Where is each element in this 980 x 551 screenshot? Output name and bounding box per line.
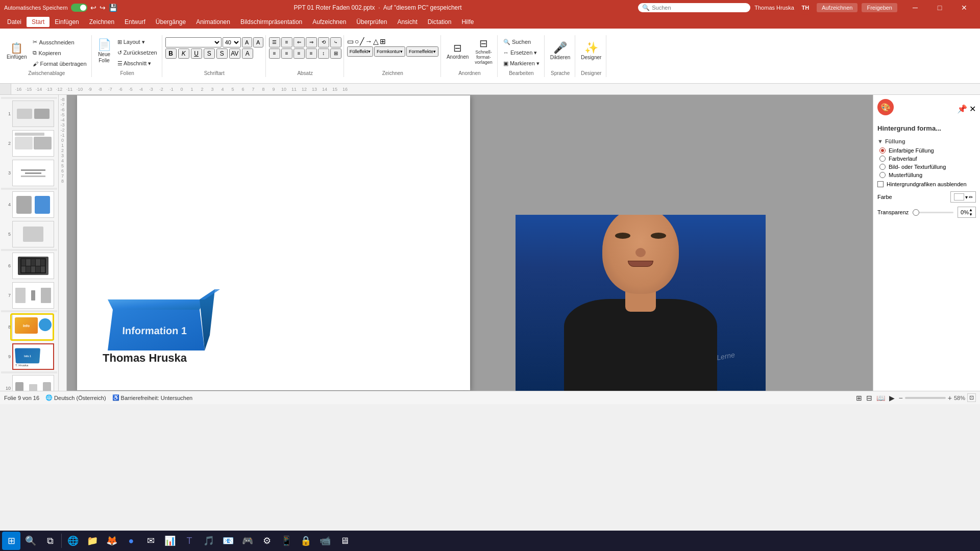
shape-oval[interactable]: ○ [355, 37, 359, 45]
taskbar-powerpoint-button[interactable]: 📊 [161, 532, 179, 550]
hide-graphics-checkbox[interactable]: Hintergrundgrafiken ausblenden [877, 181, 976, 187]
slide-item-1[interactable]: 1 [1, 100, 57, 128]
radio-farbverlauf[interactable]: Farbverlauf [879, 156, 976, 162]
slide-item-2[interactable]: 2 [1, 130, 57, 157]
indent-inc[interactable]: ⇒ [306, 37, 317, 47]
share-btn[interactable]: Aufzeichnen [817, 3, 858, 12]
menu-einfuegen[interactable]: Einfügen [50, 17, 84, 27]
minimize-button[interactable]: ─ [903, 0, 927, 15]
shape-more[interactable]: ⊞ [380, 37, 386, 45]
diktieren-button[interactable]: 🎤 Diktieren [548, 37, 573, 66]
slide-item-5[interactable]: 5 [1, 220, 57, 248]
font-size-inc[interactable]: A [242, 37, 252, 47]
menu-aufzeichnen[interactable]: Aufzeichnen [307, 17, 351, 27]
align-justify[interactable]: ≡ [306, 48, 317, 59]
anordnen-button[interactable]: ⊟ Anordnen [444, 37, 471, 66]
language-indicator[interactable]: 🌐 Deutsch (Österreich) [45, 394, 106, 401]
taskbar-app5-button[interactable]: 📱 [277, 532, 296, 550]
ersetzen-button[interactable]: ↔ Ersetzen ▾ [501, 48, 540, 58]
slide-item-9[interactable]: 9 Info 1 T. Hruska [1, 343, 57, 370]
list-bullet[interactable]: ☰ [269, 37, 280, 47]
taskbar-outlook-button[interactable]: ✉ [141, 532, 160, 550]
farbe-dropdown-icon[interactable]: ▾ [965, 194, 968, 200]
taskbar-explorer-button[interactable]: 📁 [83, 532, 102, 550]
menu-bildschirm[interactable]: Bildschirmpräsentation [235, 17, 307, 27]
color-swatch[interactable] [954, 193, 964, 201]
markieren-button[interactable]: ▣ Markieren ▾ [501, 59, 542, 69]
present-btn[interactable]: Freigeben [862, 3, 897, 12]
search-input[interactable] [652, 5, 733, 11]
radio-einfach[interactable]: Einfarbige Füllung [879, 147, 976, 154]
menu-start[interactable]: Start [27, 17, 50, 27]
columns[interactable]: ⊞ [330, 48, 341, 59]
taskbar-app2-button[interactable]: 📧 [219, 532, 237, 550]
menu-ansicht[interactable]: Ansicht [392, 17, 422, 27]
taskbar-firefox-button[interactable]: 🦊 [103, 532, 121, 550]
list-number[interactable]: ≡ [281, 37, 292, 47]
taskbar-search-button[interactable]: 🔍 [21, 532, 40, 550]
slide-item-3[interactable]: 3 [1, 159, 57, 187]
radio-bild[interactable]: Bild- oder Texturfüllung [879, 164, 976, 170]
schnellformatvorlagen-button[interactable]: ⊟ Schnell-format-vorlagen [472, 37, 495, 66]
farbe-input[interactable]: ▾ ✏ [950, 191, 976, 203]
restore-button[interactable]: □ [928, 0, 951, 15]
transparenz-slider[interactable] [913, 212, 953, 213]
einfuegen-button[interactable]: 📋 Einfügen [4, 37, 29, 66]
view-slide-sorter[interactable]: ⊟ [866, 394, 872, 402]
zuruecksetzen-button[interactable]: ↺ Zurücksetzen [115, 48, 160, 58]
shadow-button[interactable]: S [216, 48, 228, 59]
layout-button[interactable]: ⊞ Layout ▾ [115, 37, 160, 47]
taskbar-app8-button[interactable]: 🖥 [335, 532, 354, 550]
slide-item-6[interactable]: 6 [1, 252, 57, 280]
search-bar[interactable]: 🔍 [638, 3, 750, 12]
menu-dictation[interactable]: Dictation [423, 17, 457, 27]
formeffekte[interactable]: Formeffekte▾ [406, 46, 438, 57]
slide-item-7[interactable]: 7 [1, 282, 57, 309]
font-color[interactable]: A [242, 48, 253, 59]
menu-entwurf[interactable]: Entwurf [119, 17, 151, 27]
font-size-select[interactable]: 40 [223, 37, 241, 47]
pct-spinner[interactable]: ▲▼ [969, 208, 973, 217]
accessibility-indicator[interactable]: ♿ Barrierefreiheit: Untersuchen [112, 394, 193, 401]
align-center[interactable]: ≡ [281, 48, 292, 59]
close-button[interactable]: ✕ [952, 0, 976, 15]
strikethrough-button[interactable]: S [204, 48, 215, 59]
suchen-button[interactable]: 🔍 Suchen [501, 37, 533, 47]
undo-icon[interactable]: ↩ [90, 4, 96, 12]
convert-smartart[interactable]: ⤷ [330, 37, 341, 47]
shape-rect[interactable]: ▭ [347, 37, 354, 45]
pct-input[interactable]: 0% ▲▼ [958, 207, 976, 218]
line-spacing[interactable]: ↕ [318, 48, 329, 59]
taskbar-app3-button[interactable]: 🎮 [238, 532, 257, 550]
fill-section-header[interactable]: ▼ Füllung [877, 138, 976, 144]
avatar[interactable]: TH [798, 1, 813, 15]
shape-line[interactable]: ╱ [360, 37, 364, 45]
text-direction[interactable]: ⟲ [318, 37, 329, 47]
align-left[interactable]: ≡ [269, 48, 280, 59]
farbe-pencil-icon[interactable]: ✏ [969, 194, 973, 200]
panel-close-icon[interactable]: ✕ [969, 104, 976, 114]
menu-zeichnen[interactable]: Zeichnen [84, 17, 119, 27]
taskbar-app6-button[interactable]: 🔒 [297, 532, 315, 550]
menu-animationen[interactable]: Animationen [191, 17, 235, 27]
italic-button[interactable]: K [178, 48, 189, 59]
shape-arrow[interactable]: → [365, 37, 372, 45]
menu-hilfe[interactable]: Hilfe [456, 17, 479, 27]
slide-item-4[interactable]: 4 [1, 191, 57, 218]
designer-button[interactable]: ✨ Designer [578, 37, 604, 66]
taskbar-start-button[interactable]: ⊞ [2, 532, 20, 550]
font-family-select[interactable] [165, 37, 222, 47]
taskbar-app4-button[interactable]: ⚙ [258, 532, 276, 550]
fit-button[interactable]: ⊡ [967, 393, 976, 402]
slide-item-10[interactable]: 10 [1, 374, 57, 391]
font-size-dec[interactable]: A [253, 37, 263, 47]
zoom-in-button[interactable]: + [948, 394, 952, 402]
char-spacing[interactable]: AV [229, 48, 240, 59]
indent-dec[interactable]: ⇐ [293, 37, 305, 47]
menu-ueberpruefen[interactable]: Überprüfen [351, 17, 392, 27]
abschnitt-button[interactable]: ☰ Abschnitt ▾ [115, 59, 160, 69]
zoom-slider[interactable] [905, 397, 946, 399]
underline-button[interactable]: U [191, 48, 202, 59]
view-normal[interactable]: ⊞ [856, 394, 862, 402]
ausschneiden-button[interactable]: ✂Ausschneiden [30, 37, 89, 47]
